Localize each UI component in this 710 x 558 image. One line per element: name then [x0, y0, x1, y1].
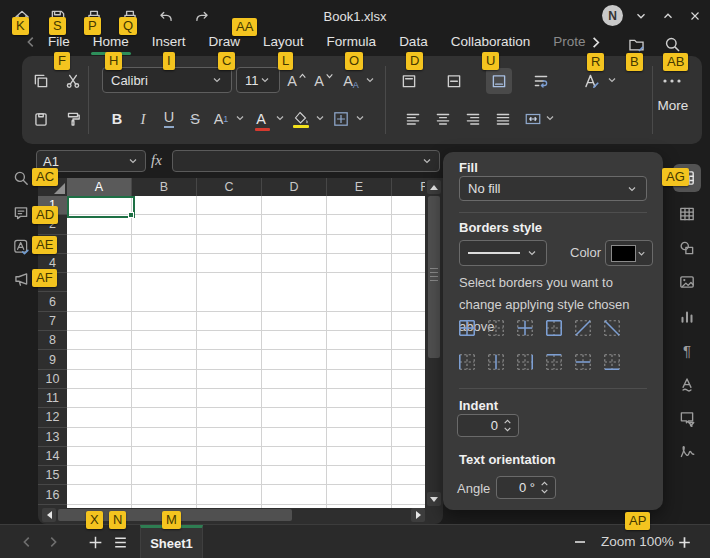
align-bottom-icon[interactable] — [486, 68, 512, 94]
search-icon[interactable] — [662, 34, 682, 54]
vertical-scrollbar[interactable] — [427, 178, 441, 508]
pilcrow-icon[interactable]: ¶ — [677, 340, 697, 360]
zoom-level-label[interactable]: Zoom 100% — [601, 534, 674, 549]
stepper-arrows[interactable] — [540, 480, 550, 495]
scroll-up-button[interactable] — [427, 180, 441, 194]
chevron-down-icon[interactable] — [364, 74, 378, 88]
no-borders-button[interactable] — [486, 318, 506, 338]
menu-tab-collaboration[interactable]: Collaboration — [451, 34, 531, 53]
shapes-icon[interactable] — [677, 238, 697, 258]
cell-grid[interactable] — [67, 196, 425, 508]
row-header-13[interactable]: 13 — [38, 428, 67, 447]
signature-icon[interactable] — [677, 442, 697, 462]
column-header-B[interactable]: B — [132, 178, 197, 196]
comment-edit-icon[interactable] — [677, 408, 697, 428]
vertical-scroll-thumb[interactable] — [428, 196, 440, 358]
change-case-icon[interactable]: AA — [338, 68, 364, 94]
strikethrough-icon[interactable]: S — [182, 106, 208, 132]
align-center-icon[interactable] — [430, 106, 456, 132]
column-header-F[interactable]: F — [392, 178, 425, 196]
chevron-down-icon[interactable] — [314, 112, 328, 126]
border-color-select[interactable] — [605, 240, 653, 266]
add-sheet-icon[interactable] — [86, 533, 104, 551]
cut-icon[interactable] — [60, 68, 86, 94]
merge-cells-icon[interactable] — [520, 106, 546, 132]
comments-icon[interactable] — [12, 204, 30, 222]
align-left-icon[interactable] — [400, 106, 426, 132]
paste-icon[interactable] — [28, 106, 54, 132]
prev-sheet-chevron-icon[interactable] — [18, 533, 36, 551]
scroll-right-button[interactable] — [411, 508, 425, 522]
chevron-down-icon[interactable] — [632, 7, 650, 25]
right-border-button[interactable] — [515, 352, 535, 372]
image-icon[interactable] — [677, 272, 697, 292]
inside-vertical-border-button[interactable] — [486, 352, 506, 372]
fill-color-icon[interactable] — [288, 106, 314, 132]
copy-icon[interactable] — [28, 68, 54, 94]
search-icon[interactable] — [12, 169, 30, 187]
font-size-increase-icon[interactable]: A — [284, 68, 310, 94]
bold-icon[interactable]: B — [104, 106, 130, 132]
italic-icon[interactable]: I — [130, 106, 156, 132]
row-header-9[interactable]: 9 — [38, 350, 67, 369]
top-border-button[interactable] — [544, 352, 564, 372]
more-horizontal-icon[interactable] — [662, 76, 682, 86]
bottom-border-button[interactable] — [602, 352, 622, 372]
next-sheet-chevron-icon[interactable] — [44, 533, 62, 551]
column-header-C[interactable]: C — [197, 178, 262, 196]
row-header-10[interactable]: 10 — [38, 370, 67, 389]
font-size-decrease-icon[interactable]: A — [311, 68, 337, 94]
indent-stepper[interactable]: 0 — [457, 414, 519, 437]
menu-tab-draw[interactable]: Draw — [209, 34, 241, 53]
back-chevron-icon[interactable] — [24, 35, 38, 49]
format-painter-icon[interactable] — [60, 106, 86, 132]
close-icon[interactable] — [686, 7, 704, 25]
announce-icon[interactable] — [12, 270, 30, 288]
underline-icon[interactable]: U — [156, 106, 182, 132]
folder-edit-icon[interactable] — [626, 34, 646, 54]
row-header-15[interactable]: 15 — [38, 466, 67, 485]
fill-handle[interactable] — [128, 212, 134, 218]
outside-borders-button[interactable] — [544, 318, 564, 338]
avatar[interactable]: N — [602, 5, 623, 26]
fill-select[interactable]: No fill — [459, 176, 647, 201]
left-border-button[interactable] — [457, 352, 477, 372]
menu-tab-file[interactable]: File — [48, 34, 70, 53]
chevron-down-icon[interactable] — [354, 112, 368, 126]
wordart-icon[interactable] — [677, 374, 697, 394]
font-color-icon[interactable]: A — [248, 106, 274, 132]
row-header-8[interactable]: 8 — [38, 331, 67, 350]
chevron-down-icon[interactable] — [274, 112, 288, 126]
menu-tab-layout[interactable]: Layout — [263, 34, 304, 53]
table-icon[interactable] — [677, 204, 697, 224]
chevron-down-icon[interactable] — [606, 74, 620, 88]
spellcheck-icon[interactable] — [12, 237, 30, 255]
all-borders-button[interactable] — [457, 318, 477, 338]
sheet-tab[interactable]: Sheet1 — [140, 525, 203, 558]
zoom-in-icon[interactable] — [675, 533, 693, 551]
scroll-left-button[interactable] — [42, 508, 56, 522]
column-header-D[interactable]: D — [262, 178, 327, 196]
inside-borders-button[interactable] — [515, 318, 535, 338]
inside-horizontal-border-button[interactable] — [573, 352, 593, 372]
chart-icon[interactable] — [677, 306, 697, 326]
row-header-7[interactable]: 7 — [38, 312, 67, 331]
cell-borders-icon[interactable] — [328, 106, 354, 132]
zoom-out-icon[interactable] — [571, 533, 589, 551]
row-header-11[interactable]: 11 — [38, 389, 67, 408]
menu-tab-insert[interactable]: Insert — [152, 34, 186, 53]
row-header-6[interactable]: 6 — [38, 292, 67, 311]
row-header-12[interactable]: 12 — [38, 408, 67, 427]
wrap-text-icon[interactable] — [528, 68, 554, 94]
menu-tab-home[interactable]: Home — [93, 34, 129, 53]
more-button[interactable]: More — [653, 98, 693, 113]
font-name-select[interactable]: Calibri — [102, 67, 232, 93]
column-header-E[interactable]: E — [327, 178, 392, 196]
row-header-16[interactable]: 16 — [38, 485, 67, 504]
menu-tab-data[interactable]: Data — [399, 34, 428, 53]
subscript-icon[interactable]: A1 — [208, 106, 234, 132]
row-header-14[interactable]: 14 — [38, 447, 67, 466]
formula-input[interactable] — [172, 150, 440, 172]
menu-tab-formula[interactable]: Formula — [327, 34, 377, 53]
justify-icon[interactable] — [490, 106, 516, 132]
